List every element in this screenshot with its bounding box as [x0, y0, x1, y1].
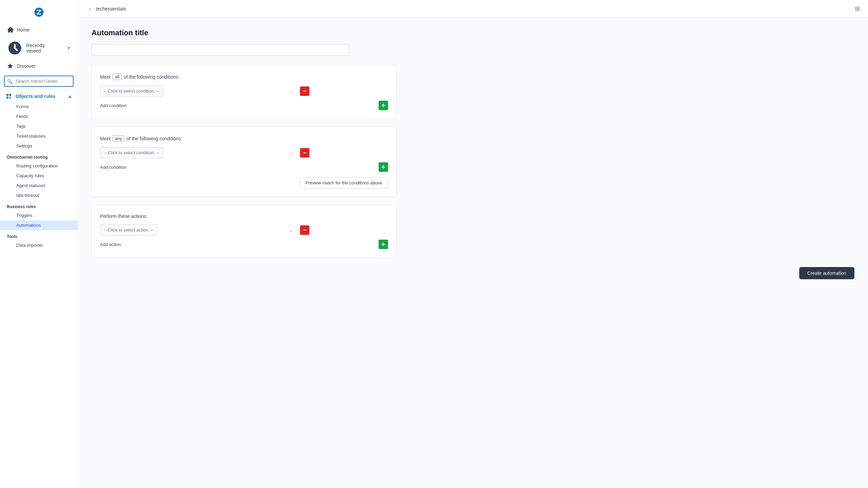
add-action-button[interactable]: + [379, 240, 388, 249]
star-icon [7, 63, 14, 69]
sidebar-item-tags[interactable]: Tags [0, 121, 78, 131]
search-input[interactable] [4, 76, 74, 87]
action-row-1: -- Click to select action. -- − [100, 224, 388, 236]
sidebar-item-idle-timeout[interactable]: Idle timeout [0, 190, 78, 200]
sidebar: Home Recently viewed ▼ Discover 🔍 Object… [0, 0, 78, 488]
home-icon [7, 26, 14, 33]
sidebar-item-agent-statuses[interactable]: Agent statuses [0, 181, 78, 190]
sidebar-item-data-importer[interactable]: Data importer [0, 240, 78, 250]
sidebar-item-fields[interactable]: Fields [0, 111, 78, 121]
clock-icon [7, 40, 23, 56]
all-add-condition-row: Add condition + [100, 101, 388, 110]
topbar-left: ‹ techessentials [86, 4, 126, 13]
any-condition-row-1: -- Click to select condition. -- − [100, 147, 388, 158]
all-add-condition-label[interactable]: Add condition [100, 103, 127, 108]
actions-header: Perform these actions: [100, 214, 388, 219]
sidebar-item-automations[interactable]: Automations [0, 220, 78, 230]
all-condition-select[interactable]: -- Click to select condition. -- [100, 85, 163, 97]
objects-rules-chevron-icon: ▲ [67, 94, 72, 99]
objects-rules-icon [5, 93, 12, 100]
sidebar-item-triggers[interactable]: Triggers [0, 210, 78, 220]
topbar-title: techessentials [96, 6, 126, 12]
topbar: ‹ techessentials ⊞ [78, 0, 868, 18]
sidebar-item-capacity-rules[interactable]: Capacity rules [0, 171, 78, 181]
meet-any-label: Meet [100, 136, 110, 141]
meet-all-label: Meet [100, 74, 110, 80]
zendesk-logo-icon [33, 6, 45, 18]
any-add-condition-button[interactable]: + [379, 162, 388, 172]
meet-any-suffix: of the following conditions: [126, 136, 182, 141]
automation-title-input[interactable] [92, 44, 349, 56]
search-icon: 🔍 [7, 79, 13, 84]
objects-and-rules-label: Objects and rules [16, 94, 55, 99]
all-add-condition-button[interactable]: + [379, 101, 388, 110]
preview-btn-area: Preview match for the conditions above [100, 177, 388, 188]
all-conditions-block: Meet all of the following conditions: --… [92, 65, 397, 119]
any-condition-select[interactable]: -- Click to select condition. -- [100, 147, 163, 158]
add-action-row: Add action + [100, 240, 388, 249]
all-conditions-header: Meet all of the following conditions: [100, 74, 388, 80]
sidebar-item-ticket-statuses[interactable]: Ticket statuses [0, 131, 78, 141]
objects-and-rules-section[interactable]: Objects and rules ▲ [0, 89, 78, 102]
meet-all-suffix: of the following conditions: [124, 74, 179, 80]
main-area: ‹ techessentials ⊞ Automation title Meet… [78, 0, 868, 488]
any-add-condition-row: Add condition + [100, 162, 388, 172]
add-action-label[interactable]: Add action [100, 242, 121, 247]
any-badge: any [113, 135, 124, 142]
search-box: 🔍 [4, 76, 74, 87]
any-conditions-header: Meet any of the following conditions: [100, 135, 388, 142]
action-select[interactable]: -- Click to select action. -- [100, 224, 157, 236]
action-select-wrapper: -- Click to select action. -- [100, 224, 297, 236]
recently-viewed-label: Recently viewed [26, 43, 44, 54]
page-title: Automation title [92, 28, 854, 37]
omnichannel-routing-label: Omnichannel routing [0, 151, 78, 161]
all-badge: all [113, 74, 122, 80]
recently-viewed-nav-item[interactable]: Recently viewed ▼ [0, 37, 78, 59]
content-area: Automation title Meet all of the followi… [78, 18, 868, 488]
discover-label: Discover [17, 63, 35, 69]
create-automation-button[interactable]: Create automation [799, 267, 854, 279]
sidebar-item-routing-configuration[interactable]: Routing configuration [0, 161, 78, 171]
discover-nav-item[interactable]: Discover [0, 59, 78, 73]
recently-viewed-chevron-icon: ▼ [67, 46, 71, 50]
collapse-sidebar-button[interactable]: ‹ [86, 4, 93, 13]
all-condition-remove-button[interactable]: − [300, 86, 309, 96]
business-rules-label: Business rules [0, 200, 78, 210]
home-nav-item[interactable]: Home [0, 23, 78, 37]
any-condition-remove-button[interactable]: − [300, 148, 309, 158]
all-condition-row-1: -- Click to select condition. -- − [100, 85, 388, 97]
logo-area [0, 0, 78, 23]
actions-block: Perform these actions: -- Click to selec… [92, 205, 397, 258]
any-conditions-block: Meet any of the following conditions: --… [92, 127, 397, 197]
sidebar-item-forms[interactable]: Forms [0, 102, 78, 111]
action-remove-button[interactable]: − [300, 225, 309, 235]
any-condition-select-wrapper: -- Click to select condition. -- [100, 147, 297, 158]
tools-label: Tools [0, 230, 78, 240]
preview-match-button[interactable]: Preview match for the conditions above [300, 177, 388, 188]
any-add-condition-label[interactable]: Add condition [100, 165, 127, 170]
all-condition-select-wrapper: -- Click to select condition. -- [100, 85, 297, 97]
home-label: Home [17, 27, 29, 33]
grid-icon[interactable]: ⊞ [855, 5, 860, 13]
sidebar-item-settings[interactable]: Settings [0, 141, 78, 151]
